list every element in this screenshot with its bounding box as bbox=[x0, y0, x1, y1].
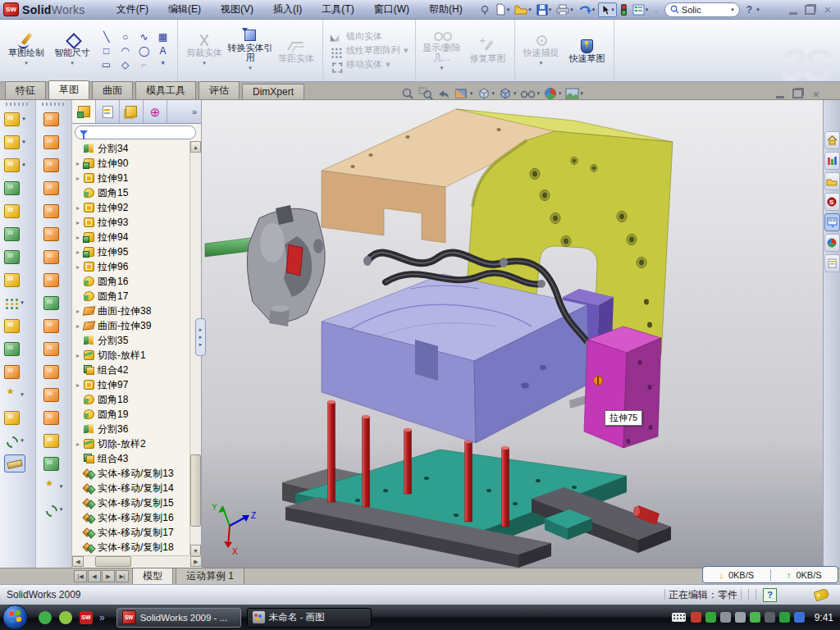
document-tab[interactable]: 运动算例 1 bbox=[176, 568, 244, 585]
toolbar-button[interactable]: ▾ bbox=[43, 245, 65, 268]
taskbar-task-button[interactable]: 未命名 - 画图 bbox=[247, 608, 372, 628]
design-library-icon[interactable] bbox=[824, 152, 840, 170]
edit-appearance-icon[interactable]: ▾ bbox=[543, 87, 562, 100]
menu-item[interactable]: 帮助(H) bbox=[419, 0, 472, 19]
toolbar-button[interactable]: ▾ bbox=[43, 130, 65, 153]
menu-item[interactable]: 文件(F) bbox=[107, 0, 158, 19]
toolbar-button[interactable]: ▾ bbox=[4, 268, 31, 291]
scroll-left-button[interactable]: ◀ bbox=[72, 556, 84, 567]
display-delete-relations-button[interactable]: 显示/删除几...▾ bbox=[419, 28, 465, 73]
feature-tree-item[interactable]: ▸ 拉伸92 bbox=[72, 200, 190, 215]
toolbar-button[interactable]: ▾ bbox=[4, 337, 31, 360]
feature-tree-item[interactable]: ▸ 曲面-拉伸39 bbox=[72, 318, 190, 333]
status-help-icon[interactable]: ? bbox=[763, 588, 777, 602]
feature-tree-item[interactable]: ▸ 圆角18 bbox=[72, 392, 190, 407]
toolbar-button[interactable]: ▾ bbox=[43, 176, 65, 199]
ribbon-tab[interactable]: 评估 bbox=[199, 81, 240, 99]
toolbar-button[interactable]: ▾ bbox=[4, 176, 31, 199]
toolbar-button[interactable]: ▾ bbox=[43, 291, 65, 314]
expand-arrow-icon[interactable]: ▸ bbox=[76, 263, 84, 271]
mirror-entities-button[interactable]: 镜向实体 bbox=[330, 30, 409, 43]
feature-tree-item[interactable]: ▸ 拉伸96 bbox=[72, 259, 190, 274]
sketch-tool-icon[interactable]: ⌐ bbox=[135, 57, 153, 71]
options-button[interactable]: ▾ bbox=[631, 3, 651, 16]
ribbon-tab[interactable]: DimXpert bbox=[242, 84, 304, 99]
tray-icon[interactable] bbox=[794, 612, 805, 623]
sketch-tool-icon[interactable]: □ bbox=[97, 43, 116, 57]
menu-item[interactable]: 插入(I) bbox=[263, 0, 312, 19]
restore-button[interactable] bbox=[805, 5, 815, 15]
feature-tree-item[interactable]: ▸ 分割36 bbox=[72, 422, 190, 436]
model-side-block-magenta[interactable] bbox=[584, 326, 661, 448]
toolbar-button[interactable]: ▾ bbox=[43, 153, 65, 176]
toolbar-button[interactable]: ▾ bbox=[4, 291, 31, 314]
sketch-tool-icon[interactable]: * bbox=[153, 57, 172, 71]
expand-arrow-icon[interactable]: ▸ bbox=[76, 352, 84, 359]
feature-tree-item[interactable]: ▸ 圆角15 bbox=[72, 185, 190, 200]
doc-restore-button[interactable] bbox=[792, 89, 803, 98]
toolbar-button[interactable]: ▾ bbox=[43, 199, 65, 222]
tab-nav-button[interactable]: |◀ bbox=[74, 570, 87, 582]
save-button[interactable]: ▾ bbox=[535, 3, 554, 16]
tab-nav-button[interactable]: ◀ bbox=[88, 570, 101, 582]
toolbar-grip[interactable] bbox=[42, 103, 66, 106]
tab-nav-button[interactable]: ▶| bbox=[116, 570, 129, 582]
feature-tree-item[interactable]: ▸ 实体-移动/复制15 bbox=[72, 495, 190, 510]
expand-arrow-icon[interactable]: ▸ bbox=[76, 441, 84, 448]
sketch-tool-icon[interactable]: A bbox=[153, 43, 172, 57]
tray-icon[interactable] bbox=[705, 612, 716, 623]
tag-icon[interactable] bbox=[814, 588, 830, 602]
viewport-3d-model[interactable]: Y Z X bbox=[202, 100, 823, 568]
sketch-tool-icon[interactable]: ∿ bbox=[135, 30, 153, 43]
menu-item[interactable]: 视图(V) bbox=[211, 0, 263, 19]
scroll-down-button[interactable]: ▼ bbox=[190, 545, 201, 556]
network-speed-widget[interactable]: ↓0KB/S ↑0KB/S bbox=[702, 566, 838, 583]
quick-launch-overflow[interactable]: » bbox=[99, 612, 105, 623]
toolbar-button[interactable]: ▾ bbox=[43, 452, 65, 475]
appearances-icon[interactable] bbox=[824, 234, 840, 252]
hide-show-items-icon[interactable]: ▾ bbox=[520, 87, 541, 100]
scroll-up-button[interactable]: ▲ bbox=[190, 141, 201, 153]
tree-horizontal-scrollbar[interactable]: ◀ ▶ bbox=[72, 555, 202, 568]
tab-dimxpert-manager[interactable]: ⊕ bbox=[144, 100, 167, 123]
rapid-sketch-button[interactable]: 快速草图 bbox=[564, 39, 610, 63]
expand-arrow-icon[interactable]: ▸ bbox=[76, 381, 84, 389]
view-orientation-icon[interactable]: ▾ bbox=[477, 87, 495, 100]
pin-icon[interactable] bbox=[477, 3, 492, 16]
offset-entities-button[interactable]: 等距实体 bbox=[273, 39, 319, 63]
solidworks-resources-icon[interactable]: S bbox=[824, 193, 840, 211]
feature-tree-item[interactable]: ▸ 拉伸91 bbox=[72, 171, 190, 185]
search-box[interactable]: Solic ▾ bbox=[664, 2, 740, 17]
feature-tree-item[interactable]: ▸ 实体-移动/复制13 bbox=[72, 466, 190, 481]
tab-feature-manager[interactable] bbox=[72, 100, 96, 123]
sketch-tool-icon[interactable]: ╲ bbox=[97, 30, 116, 43]
toolbar-button[interactable]: ▾ bbox=[43, 475, 65, 498]
print-button[interactable]: ▾ bbox=[555, 3, 575, 16]
toolbar-button[interactable]: ▾ bbox=[4, 360, 31, 383]
tray-icon[interactable] bbox=[750, 612, 760, 623]
feature-tree-item[interactable]: ▸ 圆角19 bbox=[72, 407, 190, 422]
ribbon-tab[interactable]: 模具工具 bbox=[135, 81, 196, 99]
start-button[interactable] bbox=[2, 605, 28, 630]
ribbon-tab[interactable]: 特征 bbox=[5, 81, 46, 99]
feature-tree-item[interactable]: ▸ 实体-移动/复制14 bbox=[72, 481, 190, 495]
tray-icon[interactable] bbox=[735, 612, 746, 623]
feature-tree-item[interactable]: ▸ 分割35 bbox=[72, 333, 190, 348]
ribbon-tab[interactable]: 曲面 bbox=[92, 81, 133, 99]
feature-tree-item[interactable]: ▸ 分割34 bbox=[72, 141, 190, 156]
panel-splitter-handle[interactable]: ▸▸▸ bbox=[195, 318, 206, 356]
file-explorer-icon[interactable] bbox=[824, 172, 840, 190]
repair-sketch-button[interactable]: 修复草图 bbox=[465, 39, 511, 63]
toolbar-button[interactable]: ▾ bbox=[43, 314, 65, 337]
section-view-icon[interactable]: ▾ bbox=[454, 87, 473, 100]
scroll-thumb[interactable] bbox=[95, 556, 131, 567]
toolbar-button[interactable]: ▾ bbox=[43, 337, 65, 360]
toolbar-button[interactable]: ▾ bbox=[43, 360, 65, 383]
expand-arrow-icon[interactable]: ▸ bbox=[76, 219, 84, 226]
toolbar-grip[interactable] bbox=[6, 103, 30, 106]
sketch-tool-icon[interactable]: ◇ bbox=[116, 57, 135, 71]
toolbar-button[interactable]: ▾ bbox=[43, 107, 65, 130]
linear-sketch-pattern-button[interactable]: 线性草图阵列▾ bbox=[330, 44, 409, 57]
toolbar-button[interactable]: ▾ bbox=[4, 130, 31, 153]
toolbar-button[interactable]: ▾ bbox=[43, 268, 65, 291]
